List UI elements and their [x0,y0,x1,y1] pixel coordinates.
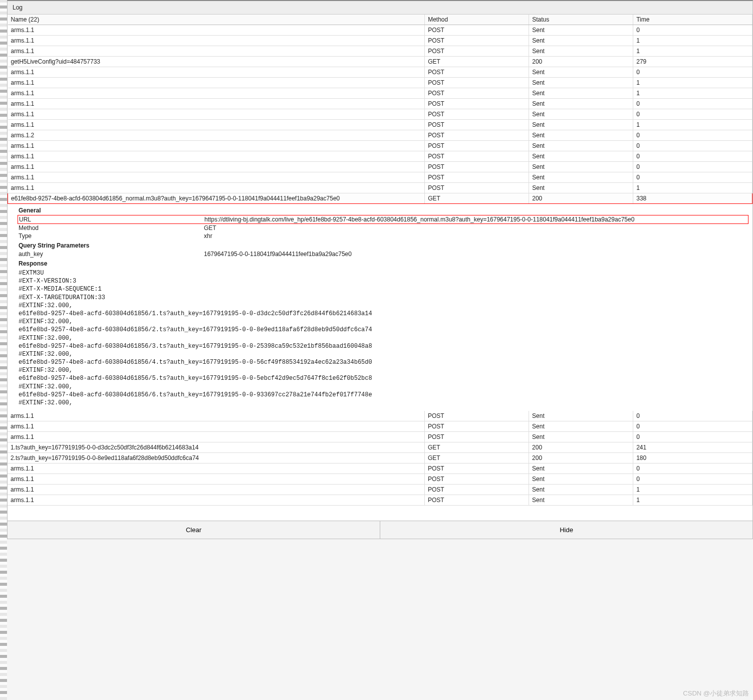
cell-name: arms.1.1 [8,120,425,130]
cell-time: 0 [633,411,752,421]
cell-method: GET [424,453,529,463]
table-row[interactable]: arms.1.1POSTSent0 [8,67,752,78]
cell-name: 2.ts?auth_key=1677919195-0-0-8e9ed118afa… [8,453,424,463]
cell-name: arms.1.1 [8,463,424,474]
cell-method: POST [425,46,529,57]
cell-status: 200 [529,57,633,67]
cell-status: Sent [529,411,633,421]
cell-time: 0 [633,109,752,120]
cell-time: 0 [633,172,752,183]
table-row[interactable]: arms.1.1POSTSent0 [8,474,752,485]
cell-time: 0 [633,99,752,109]
auth-key-label: auth_key [19,251,204,258]
cell-status: 200 [529,442,633,453]
table-row[interactable]: arms.1.1POSTSent0 [8,432,752,442]
cell-method: POST [425,141,529,151]
table-row[interactable]: arms.1.1POSTSent1 [8,88,752,99]
table-row[interactable]: arms.1.1POSTSent0 [8,99,752,109]
cell-time: 1 [633,88,752,99]
cell-name: arms.1.1 [8,183,425,193]
cell-method: POST [424,485,529,495]
url-value[interactable]: https://dtliving-bj.dingtalk.com/live_hp… [204,216,747,223]
cell-time: 0 [633,151,752,162]
clear-button[interactable]: Clear [8,521,380,539]
cell-name: 1.ts?auth_key=1677919195-0-0-d3dc2c50df3… [8,442,424,453]
cell-status: Sent [529,172,633,183]
table-row[interactable]: arms.1.1POSTSent1 [8,495,752,506]
cell-time: 1 [633,485,752,495]
table-row[interactable]: arms.1.1POSTSent1 [8,485,752,495]
cell-name: arms.1.1 [8,36,425,46]
request-detail: General URL https://dtliving-bj.dingtalk… [8,204,752,411]
cell-status: Sent [529,78,633,88]
cell-name: arms.1.1 [8,172,425,183]
table-row[interactable]: arms.1.1POSTSent1 [8,36,752,46]
cell-name: arms.1.1 [8,432,424,442]
table-row[interactable]: 2.ts?auth_key=1677919195-0-0-8e9ed118afa… [8,453,752,463]
col-status[interactable]: Status [529,15,633,25]
cell-method: POST [425,183,529,193]
table-row[interactable]: arms.1.1POSTSent0 [8,411,752,421]
cell-method: POST [425,88,529,99]
general-heading: General [19,207,747,214]
cell-name: arms.1.1 [8,67,425,78]
table-row[interactable]: arms.1.1POSTSent0 [8,141,752,151]
table-row[interactable]: arms.1.1POSTSent0 [8,421,752,432]
url-label: URL [19,216,204,223]
cell-method: GET [425,57,529,67]
col-time[interactable]: Time [633,15,752,25]
cell-name: arms.1.1 [8,411,424,421]
cell-name: arms.1.1 [8,88,425,99]
cell-time: 0 [633,474,752,485]
hide-button[interactable]: Hide [380,521,752,539]
cell-method: POST [424,411,529,421]
table-row[interactable]: 1.ts?auth_key=1677919195-0-0-d3dc2c50df3… [8,442,752,453]
cell-name: arms.1.1 [8,151,425,162]
cell-method: POST [425,78,529,88]
col-name[interactable]: Name (22) [8,15,425,25]
cell-status: Sent [529,432,633,442]
table-row[interactable]: arms.1.1POSTSent0 [8,463,752,474]
cell-time: 1 [633,495,752,506]
cell-method: POST [424,432,529,442]
table-row[interactable]: arms.1.1POSTSent0 [8,151,752,162]
table-row[interactable]: arms.1.1POSTSent0 [8,172,752,183]
network-table-bottom: arms.1.1POSTSent0arms.1.1POSTSent0arms.1… [8,411,752,506]
cell-status: Sent [529,495,633,506]
cell-name: arms.1.1 [8,141,425,151]
col-method[interactable]: Method [425,15,529,25]
table-row[interactable]: arms.1.1POSTSent1 [8,78,752,88]
cell-time: 1 [633,183,752,193]
cell-name: e61fe8bd-9257-4be8-acfd-603804d61856_nor… [8,193,425,204]
cell-status: 200 [529,453,633,463]
cell-status: Sent [529,474,633,485]
response-body[interactable]: #EXTM3U #EXT-X-VERSION:3 #EXT-X-MEDIA-SE… [19,268,747,407]
cell-method: POST [425,120,529,130]
cell-time: 279 [633,57,752,67]
table-row[interactable]: arms.1.2POSTSent0 [8,130,752,141]
table-header-row: Name (22) Method Status Time [8,15,752,25]
table-row[interactable]: arms.1.1POSTSent0 [8,162,752,172]
cell-method: POST [424,421,529,432]
table-row[interactable]: getH5LiveConfig?uid=484757733GET200279 [8,57,752,67]
cell-name: arms.1.1 [8,485,424,495]
url-highlight-box: URL https://dtliving-bj.dingtalk.com/liv… [18,215,748,224]
left-noise-strip [0,0,7,539]
cell-status: Sent [529,46,633,57]
cell-status: Sent [529,109,633,120]
table-row[interactable]: arms.1.1POSTSent1 [8,183,752,193]
cell-time: 0 [633,432,752,442]
cell-method: POST [425,99,529,109]
cell-method: POST [424,495,529,506]
table-row[interactable]: arms.1.1POSTSent1 [8,46,752,57]
cell-status: Sent [529,36,633,46]
table-row[interactable]: arms.1.1POSTSent0 [8,109,752,120]
cell-time: 1 [633,36,752,46]
cell-method: POST [425,25,529,36]
cell-name: arms.1.1 [8,421,424,432]
cell-name: arms.1.1 [8,25,425,36]
table-row[interactable]: arms.1.1POSTSent1 [8,120,752,130]
table-row[interactable]: arms.1.1POSTSent0 [8,25,752,36]
cell-time: 0 [633,421,752,432]
table-row-highlighted[interactable]: e61fe8bd-9257-4be8-acfd-603804d61856_nor… [8,193,752,204]
